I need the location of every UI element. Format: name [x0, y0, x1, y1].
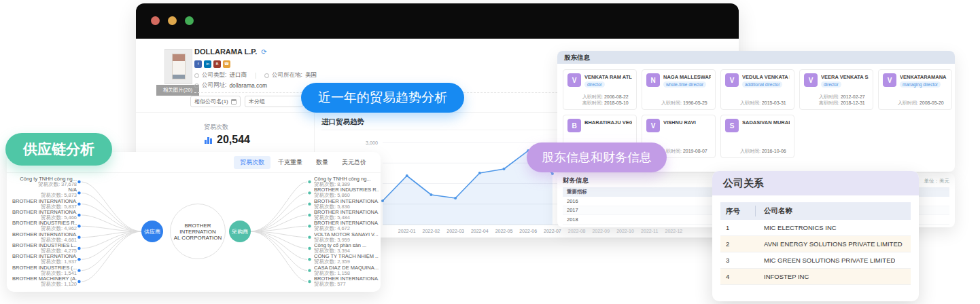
shareholder-info: VEDULA VENKATA RAM...additional director — [742, 73, 790, 88]
group-select[interactable]: 未分组 — [245, 96, 303, 107]
maximize-window-button[interactable] — [185, 16, 194, 25]
buyer-item[interactable]: BROTHER INTERNATIONA...贸易次数: 577 — [314, 276, 379, 287]
relations-card-title: 公司关系 — [712, 171, 919, 195]
buyer-item[interactable]: VOLTA MOTOR SANAYİ V...贸易次数: 3,959 — [314, 232, 379, 243]
relation-company-name: MIC ELECTRONICS INC — [756, 224, 837, 231]
buyer-item[interactable]: Công ty cổ phần sản ...贸易次数: 3,394 — [314, 243, 379, 254]
globe-icon — [194, 83, 199, 88]
svg-text:2022-07: 2022-07 — [544, 229, 561, 233]
tenure-dates: 入职时间: 2012-02-27离职时间: 2018-12-31 — [804, 94, 869, 106]
hire-date: 入职时间: 2019-08-07 — [661, 148, 711, 154]
supplier-item[interactable]: N/A贸易次数: 5,873 — [12, 187, 77, 198]
supplier-item[interactable]: BROTHER INTERNATIONA...贸易次数: 5,466 — [12, 210, 77, 221]
shareholder-header: VVISHNU RAVI — [646, 119, 711, 132]
leave-date: 离职时间: 2018-05-10 — [582, 100, 632, 106]
relation-row[interactable]: 1MIC ELECTRONICS INC — [720, 220, 911, 236]
buyer-node[interactable]: 采购商 — [229, 221, 251, 242]
trade-count-label: 贸易次数 — [204, 123, 228, 132]
trade-count-value: 20,544 — [217, 134, 250, 146]
relation-row[interactable]: 3MIC GREEN SOLUTIONS PRIVATE LIMITED — [720, 252, 911, 269]
shareholder-header: NNAGA MALLESWARA R...whole-time director — [646, 73, 711, 88]
financial-year: 2018 — [563, 216, 726, 223]
social-icons: finB☎ — [194, 60, 230, 68]
window-titlebar — [136, 3, 739, 39]
supplier-item[interactable]: BROTHER INTERNATIONA...贸易次数: 5,837 — [12, 199, 77, 210]
financial-unit-label: 单位：美元 — [924, 178, 950, 185]
partner-trade-count: 贸易次数: 1,541 — [12, 271, 77, 276]
phone-icon[interactable]: ☎ — [223, 60, 230, 68]
relation-index: 4 — [720, 273, 756, 280]
shareholder-name: NAGA MALLESWARA R... — [663, 74, 711, 80]
relations-table: 序号 公司名称 1MIC ELECTRONICS INC2AVNI ENERGY… — [720, 202, 911, 285]
refresh-icon[interactable]: ⟳ — [261, 48, 266, 56]
svg-text:3,000: 3,000 — [366, 140, 378, 146]
supplier-item[interactable]: BROTHER MACHINERY (A...贸易次数: 1,120 — [12, 276, 77, 287]
supplier-node[interactable]: 供应商 — [141, 221, 163, 242]
shareholder-info: VISHNU RAVI — [663, 119, 696, 132]
relation-row[interactable]: 2AVNI ENERGY SOLUTIONS PRIVATE LIMITED — [720, 236, 911, 252]
supplier-item[interactable]: BROTHER INTERNATIONA...贸易次数: 1,937 — [12, 254, 77, 265]
relation-row[interactable]: 4INFOSTEP INC — [720, 269, 911, 285]
shareholder-info: VEERA VENKATA SATYA...director — [821, 73, 869, 88]
shareholder-card[interactable]: VVENKATARAMANA MAG...managing director入职… — [878, 69, 952, 110]
avatar: N — [646, 73, 660, 87]
facebook-icon[interactable]: f — [194, 60, 202, 68]
partner-trade-count: 贸易次数: 3,394 — [314, 248, 379, 254]
buyer-item[interactable]: BROTHER INTERNATIONA...贸易次数: 5,484 — [314, 210, 379, 221]
relation-company-name: MIC GREEN SOLUTIONS PRIVATE LIMITED — [756, 256, 895, 264]
hire-date: 入职时间: 2008-05-20 — [898, 100, 947, 106]
shareholder-name: VISHNU RAVI — [663, 119, 696, 126]
related-images-caption[interactable]: 相关图片(20) — [156, 85, 199, 96]
linkedin-icon[interactable]: in — [204, 60, 211, 68]
shareholder-card[interactable]: VVEDULA VENKATA RAM...additional directo… — [720, 69, 794, 110]
buyer-item[interactable]: CASA DIAZ DE MAQUINA...贸易次数: 1,158 — [314, 265, 379, 276]
supplier-item[interactable]: BROTHER INDUSTRIES R...贸易次数: 4,962 — [12, 221, 77, 231]
shareholder-name: SADASIVAN MURALIKR... — [742, 119, 790, 126]
buyer-item[interactable]: Công ty TNHH công ng...贸易次数: 8,389 — [314, 176, 379, 187]
buyer-item[interactable]: BROTHER INTERNATIONA...贸易次数: 5,836 — [314, 199, 379, 210]
trade-count-stat: 20,544 — [204, 134, 250, 146]
svg-text:2022-01: 2022-01 — [398, 229, 416, 233]
buyer-item[interactable]: BROTHER INDUSTRIES R...贸易次数: 5,860 — [314, 187, 379, 198]
svg-text:2022-03: 2022-03 — [447, 229, 464, 233]
relation-index: 3 — [720, 256, 756, 264]
buyer-item[interactable]: BROTHER INTERNATIONA...贸易次数: 4,672 — [314, 221, 379, 231]
shareholder-info: SADASIVAN MURALIKR... — [742, 119, 790, 132]
blog-icon[interactable]: B — [213, 60, 221, 68]
similar-company-select[interactable]: 相似公司名(1) — [190, 96, 241, 107]
tenure-dates: 入职时间: 2016-10-06 — [725, 148, 790, 154]
shareholder-card[interactable]: SSADASIVAN MURALIKR...入职时间: 2016-10-06 — [720, 115, 794, 158]
shareholder-name: VEDULA VENKATA RAM... — [742, 74, 790, 80]
partner-trade-count: 贸易次数: 2,359 — [314, 259, 379, 265]
minimize-window-button[interactable] — [168, 16, 177, 25]
shareholder-card[interactable]: NNAGA MALLESWARA R...whole-time director… — [642, 69, 716, 110]
shareholder-card[interactable]: VVEERA VENKATA SATYA...director入职时间: 201… — [799, 69, 873, 110]
leave-date: 离职时间: 2018-12-31 — [819, 100, 869, 106]
supplier-item[interactable]: BROTHER INDUSTRIES L...贸易次数: 4,275 — [12, 243, 77, 254]
avatar: V — [725, 73, 739, 87]
company-product-image[interactable] — [164, 49, 192, 84]
buyer-item[interactable]: CÔNG TY TRÁCH NHIỆM ...贸易次数: 2,359 — [314, 254, 379, 265]
center-company-node[interactable]: BROTHER INTERNATION AL CORPORATION — [170, 204, 226, 259]
svg-text:2022-10: 2022-10 — [616, 229, 634, 233]
svg-text:2022-11: 2022-11 — [641, 229, 658, 233]
supply-chain-badge: 供应链分析 — [5, 133, 112, 166]
company-type-value: 进口商 — [229, 71, 247, 79]
shareholder-name: BHARATIRAJU VEGIRAJU — [584, 119, 632, 126]
svg-text:2022-06: 2022-06 — [519, 229, 537, 233]
shareholder-card[interactable]: VVENKATA RAM ATLURIdirector入职时间: 2006-08… — [563, 69, 637, 110]
hire-date: 入职时间: 1996-05-25 — [661, 100, 711, 106]
supplier-item[interactable]: BROTHER INTERNATIONA...贸易次数: 4,681 — [12, 232, 77, 243]
company-website-value[interactable]: dollarama.com — [229, 82, 267, 89]
shareholder-name: VEERA VENKATA SATYA... — [821, 74, 869, 80]
partner-trade-count: 贸易次数: 3,959 — [314, 238, 379, 243]
supplier-item[interactable]: Công ty TNHH công ng...贸易次数: 37,678 — [12, 176, 77, 187]
tenure-dates: 入职时间: 1996-05-25 — [646, 100, 711, 106]
partner-trade-count: 贸易次数: 4,275 — [12, 248, 77, 254]
partner-trade-count: 贸易次数: 5,873 — [12, 193, 77, 198]
close-window-button[interactable] — [151, 16, 160, 25]
shareholder-header: BBHARATIRAJU VEGIRAJU — [567, 119, 632, 132]
partner-trade-count: 贸易次数: 5,836 — [314, 204, 379, 210]
supplier-item[interactable]: BROTHER INDUSTRIES (...贸易次数: 1,541 — [12, 265, 77, 276]
shareholder-info: VENKATARAMANA MAG...managing director — [900, 73, 947, 88]
